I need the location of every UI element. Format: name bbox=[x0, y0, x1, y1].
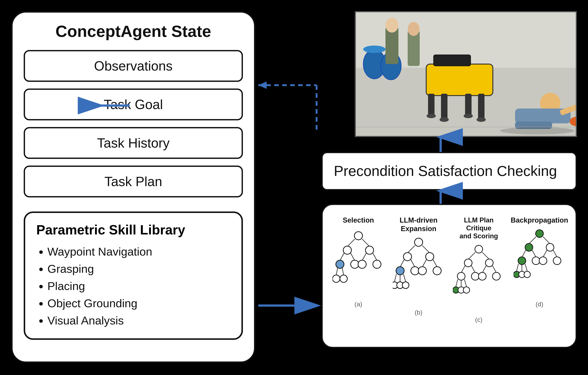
task-goal-box: Task Goal bbox=[24, 88, 243, 120]
svg-rect-17 bbox=[408, 31, 420, 66]
skill-library-title: Parametric Skill Library bbox=[36, 222, 230, 237]
svg-line-52 bbox=[395, 274, 396, 281]
mcts-panel: Selection (a) LLM- bbox=[321, 204, 577, 348]
svg-line-90 bbox=[516, 264, 518, 271]
precondition-text: Precondition Satisfaction Checking bbox=[334, 162, 565, 180]
svg-point-62 bbox=[475, 245, 483, 253]
svg-line-59 bbox=[433, 260, 437, 267]
svg-point-47 bbox=[426, 253, 434, 261]
svg-point-79 bbox=[478, 272, 486, 280]
svg-point-37 bbox=[333, 275, 340, 282]
svg-line-58 bbox=[422, 260, 426, 267]
svg-rect-5 bbox=[426, 64, 493, 96]
mcts-expansion: LLM-driven Expansion bbox=[390, 216, 447, 316]
mcts-sublabel-d: (d) bbox=[536, 300, 543, 308]
mcts-sublabel-c: (c) bbox=[475, 316, 483, 323]
svg-line-28 bbox=[362, 239, 369, 246]
svg-point-57 bbox=[402, 282, 409, 289]
mcts-selection: Selection (a) bbox=[330, 216, 387, 308]
svg-point-80 bbox=[493, 272, 500, 280]
svg-point-61 bbox=[433, 267, 441, 275]
svg-point-84 bbox=[525, 243, 533, 251]
skill-library-box: Parametric Skill Library Waypoint Naviga… bbox=[24, 212, 243, 340]
svg-point-76 bbox=[463, 287, 470, 293]
mcts-tree-c bbox=[453, 244, 505, 314]
svg-point-60 bbox=[418, 267, 426, 275]
skill-item-5: Visual Analysis bbox=[47, 312, 230, 329]
svg-point-98 bbox=[539, 257, 547, 264]
svg-point-34 bbox=[351, 260, 359, 268]
svg-rect-7 bbox=[428, 94, 434, 116]
svg-line-40 bbox=[373, 253, 377, 261]
robot-scene bbox=[356, 12, 576, 136]
svg-point-43 bbox=[415, 238, 423, 246]
svg-line-39 bbox=[362, 253, 366, 261]
mcts-tree-d bbox=[514, 228, 566, 299]
mcts-backprop-label: Backpropagation bbox=[511, 216, 568, 225]
svg-line-97 bbox=[553, 250, 557, 257]
svg-point-81 bbox=[536, 230, 543, 237]
svg-point-14 bbox=[477, 118, 486, 122]
svg-line-67 bbox=[461, 266, 465, 273]
svg-line-31 bbox=[340, 253, 344, 261]
mcts-critique: LLM Plan Critique and Scoring bbox=[451, 216, 507, 323]
panel-title: ConceptAgent State bbox=[55, 22, 211, 41]
svg-line-77 bbox=[482, 266, 486, 273]
svg-point-11 bbox=[427, 114, 436, 118]
svg-rect-9 bbox=[465, 94, 472, 116]
svg-point-88 bbox=[518, 257, 526, 264]
svg-point-50 bbox=[396, 267, 404, 275]
svg-point-16 bbox=[386, 18, 399, 32]
svg-line-86 bbox=[522, 250, 526, 257]
robot-image bbox=[355, 11, 577, 137]
skill-item-1: Waypoint Navigation bbox=[47, 243, 230, 260]
svg-line-96 bbox=[543, 250, 547, 257]
svg-point-33 bbox=[336, 260, 344, 268]
svg-point-99 bbox=[553, 257, 561, 264]
svg-line-82 bbox=[529, 237, 536, 244]
mcts-tree-b bbox=[393, 237, 444, 307]
svg-line-48 bbox=[400, 260, 404, 267]
svg-line-68 bbox=[471, 266, 475, 273]
svg-marker-107 bbox=[258, 82, 267, 89]
svg-line-35 bbox=[336, 268, 338, 275]
svg-line-78 bbox=[493, 266, 496, 273]
svg-point-46 bbox=[403, 253, 411, 261]
svg-line-54 bbox=[403, 274, 406, 281]
svg-line-64 bbox=[482, 252, 489, 259]
mcts-sublabel-b: (b) bbox=[415, 309, 422, 316]
svg-point-29 bbox=[343, 246, 351, 254]
svg-line-71 bbox=[456, 279, 458, 286]
svg-point-12 bbox=[440, 118, 449, 122]
svg-line-32 bbox=[351, 253, 355, 261]
svg-point-38 bbox=[340, 275, 347, 282]
svg-line-73 bbox=[464, 279, 466, 286]
skill-item-3: Placing bbox=[47, 278, 230, 295]
svg-line-45 bbox=[422, 246, 430, 253]
svg-line-83 bbox=[543, 237, 550, 244]
svg-line-87 bbox=[532, 250, 536, 257]
svg-line-49 bbox=[411, 260, 415, 267]
svg-line-63 bbox=[468, 252, 475, 259]
concept-agent-panel: ConceptAgent State Observations Task Goa… bbox=[11, 11, 255, 363]
svg-line-44 bbox=[408, 246, 415, 253]
svg-point-30 bbox=[366, 246, 374, 254]
svg-line-27 bbox=[347, 239, 355, 246]
svg-rect-8 bbox=[441, 94, 448, 120]
svg-point-69 bbox=[457, 272, 465, 280]
svg-point-65 bbox=[464, 259, 472, 267]
mcts-selection-label: Selection bbox=[343, 216, 374, 225]
svg-point-85 bbox=[546, 243, 554, 251]
svg-point-66 bbox=[485, 259, 493, 267]
task-plan-box: Task Plan bbox=[24, 166, 243, 197]
svg-point-24 bbox=[500, 127, 574, 134]
svg-point-89 bbox=[532, 257, 540, 264]
mcts-expansion-label: LLM-driven Expansion bbox=[399, 216, 438, 233]
mcts-critique-label: LLM Plan Critique and Scoring bbox=[451, 216, 507, 240]
svg-point-51 bbox=[411, 267, 419, 275]
svg-point-70 bbox=[471, 272, 479, 280]
mcts-tree-a bbox=[333, 228, 384, 299]
mcts-backprop: Backpropagation (d bbox=[511, 216, 568, 308]
task-history-box: Task History bbox=[24, 127, 243, 159]
svg-line-36 bbox=[342, 268, 344, 275]
